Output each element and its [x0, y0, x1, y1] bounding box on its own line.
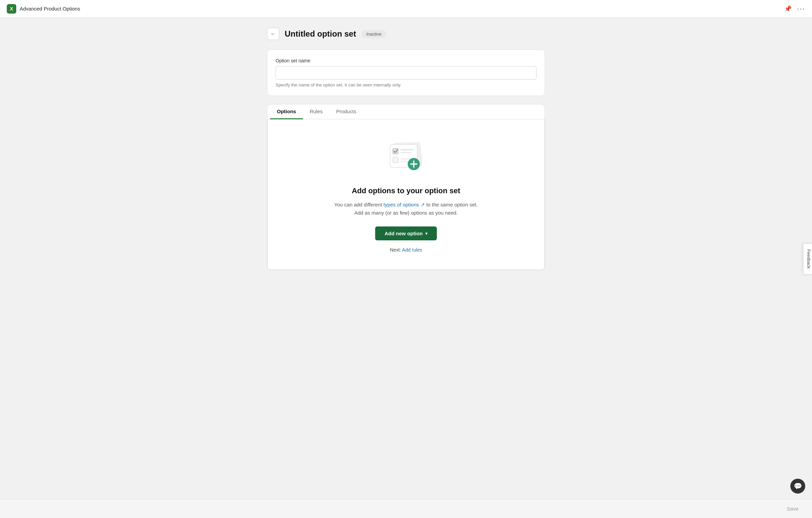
save-button[interactable]: Save — [787, 506, 798, 512]
chat-icon: 💬 — [794, 482, 802, 490]
topbar-left: X Advanced Product Options — [7, 4, 80, 14]
option-set-name-hint: Specify the name of the option set. It c… — [276, 82, 536, 87]
tab-rules[interactable]: Rules — [303, 104, 329, 119]
app-title: Advanced Product Options — [20, 6, 80, 12]
types-of-options-link[interactable]: types of options ↗ — [383, 202, 425, 207]
topbar: X Advanced Product Options 📌 ··· — [0, 0, 812, 18]
bottom-bar: Save — [0, 499, 812, 518]
dropdown-arrow-icon: ▾ — [425, 231, 427, 236]
empty-state-desc: You can add different types of options ↗… — [334, 201, 478, 217]
app-icon: X — [7, 4, 16, 14]
back-button[interactable]: ← — [267, 28, 279, 40]
pin-icon[interactable]: 📌 — [784, 5, 792, 13]
status-badge: Inactive — [362, 30, 386, 38]
option-set-name-card: Option set name Specify the name of the … — [267, 49, 545, 96]
option-set-name-input[interactable] — [276, 66, 536, 80]
feedback-tab[interactable]: Feedback — [803, 243, 812, 274]
page-header: ← Untitled option set Inactive — [267, 28, 545, 40]
add-rules-link[interactable]: Add rules — [402, 247, 422, 253]
options-illustration — [384, 140, 428, 177]
chat-bubble-button[interactable]: 💬 — [790, 479, 805, 494]
tabs-nav: Options Rules Products — [267, 104, 545, 119]
tab-options[interactable]: Options — [270, 104, 303, 119]
tab-products[interactable]: Products — [329, 104, 363, 119]
option-set-name-label: Option set name — [276, 58, 536, 63]
tabs-wrapper: Options Rules Products — [267, 104, 545, 270]
page-title: Untitled option set — [285, 29, 356, 39]
main-content: ← Untitled option set Inactive Option se… — [253, 18, 559, 297]
topbar-right: 📌 ··· — [784, 4, 805, 13]
options-content: Add options to your option set You can a… — [267, 119, 545, 270]
external-link-icon: ↗ — [421, 202, 425, 207]
more-menu-icon[interactable]: ··· — [797, 4, 805, 13]
svg-rect-7 — [393, 157, 398, 163]
back-arrow-icon: ← — [270, 31, 276, 37]
feedback-label: Feedback — [806, 249, 811, 268]
next-text: Next: Add rules — [390, 247, 422, 253]
add-new-option-button[interactable]: Add new option ▾ — [375, 226, 437, 240]
empty-state-title: Add options to your option set — [352, 186, 460, 195]
